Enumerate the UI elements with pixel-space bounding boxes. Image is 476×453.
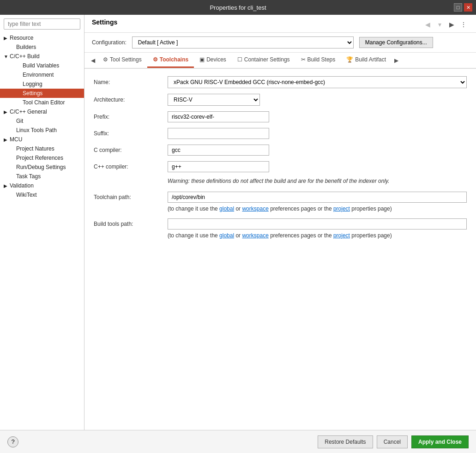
cpp-compiler-input[interactable] bbox=[168, 161, 269, 172]
tool-settings-icon: ⚙ bbox=[103, 56, 108, 63]
tab-label: Container Settings bbox=[244, 56, 290, 63]
sidebar-item-mcu[interactable]: ▶ MCU bbox=[0, 135, 84, 144]
manage-configurations-button[interactable]: Manage Configurations... bbox=[359, 37, 433, 48]
forward-icon[interactable]: ▶ bbox=[446, 19, 457, 30]
suffix-label: Suffix: bbox=[94, 130, 168, 137]
build-tools-path-row: Build tools path: bbox=[94, 218, 467, 230]
architecture-row: Architecture: RISC-V ARM x86 bbox=[94, 94, 467, 106]
sidebar-item-label: C/C++ Build bbox=[10, 53, 40, 60]
close-button[interactable]: ✕ bbox=[464, 3, 472, 12]
tab-container-settings[interactable]: ☐ Container Settings bbox=[232, 53, 295, 68]
bottom-bar: ? Restore Defaults Cancel Apply and Clos… bbox=[0, 430, 476, 453]
c-compiler-input[interactable] bbox=[168, 145, 269, 156]
devices-icon: ▣ bbox=[199, 56, 205, 63]
build-artifact-icon: 🏆 bbox=[346, 56, 353, 63]
no-arrow bbox=[17, 91, 21, 96]
sidebar-item-validation[interactable]: ▶ Validation bbox=[0, 181, 84, 190]
build-tools-path-label: Build tools path: bbox=[94, 221, 168, 227]
sidebar-item-builders[interactable]: Builders bbox=[0, 42, 84, 52]
c-compiler-label: C compiler: bbox=[94, 147, 168, 153]
sidebar-item-label: Task Tags bbox=[16, 173, 41, 180]
titlebar-controls: □ ✕ bbox=[454, 3, 472, 12]
sidebar-item-tool-chain-editor[interactable]: Tool Chain Editor bbox=[0, 98, 84, 107]
toolchain-workspace-link[interactable]: workspace bbox=[242, 205, 268, 212]
config-label: Configuration: bbox=[92, 39, 127, 46]
titlebar: Properties for cli_test □ ✕ bbox=[0, 0, 476, 15]
sidebar-item-label: MCU bbox=[10, 136, 22, 143]
sidebar-item-label: Resource bbox=[10, 35, 33, 41]
name-row: Name: xPack GNU RISC-V Embedded GCC (ris… bbox=[94, 76, 467, 88]
sidebar-item-task-tags[interactable]: Task Tags bbox=[0, 172, 84, 181]
toolchain-path-input[interactable] bbox=[168, 192, 467, 203]
prefix-input[interactable] bbox=[168, 111, 269, 122]
minimize-button[interactable]: □ bbox=[454, 3, 462, 12]
sidebar-filter-input[interactable] bbox=[4, 18, 80, 30]
no-arrow bbox=[17, 82, 21, 87]
cpp-compiler-row: C++ compiler: bbox=[94, 161, 467, 172]
expand-arrow-icon: ▶ bbox=[4, 137, 8, 142]
cpp-compiler-label: C++ compiler: bbox=[94, 163, 168, 170]
suffix-row: Suffix: bbox=[94, 128, 467, 139]
config-bar: Configuration: Default [ Active ] Manage… bbox=[84, 33, 476, 53]
toolchain-project-link[interactable]: project bbox=[333, 205, 350, 212]
build-tools-global-link[interactable]: global bbox=[219, 232, 234, 239]
sidebar-item-settings[interactable]: Settings bbox=[0, 89, 84, 98]
main-container: ▶ Resource Builders ▼ C/C++ Build Build … bbox=[0, 15, 476, 430]
no-arrow bbox=[10, 146, 15, 151]
tab-tool-settings[interactable]: ⚙ Tool Settings bbox=[97, 53, 147, 68]
no-arrow bbox=[17, 100, 21, 105]
back-icon[interactable]: ◀ bbox=[422, 19, 433, 30]
sidebar-item-label: Build Variables bbox=[23, 62, 59, 69]
sidebar-item-build-variables[interactable]: Build Variables bbox=[0, 61, 84, 70]
no-arrow bbox=[17, 63, 21, 68]
menu-icon[interactable]: ⋮ bbox=[458, 19, 469, 30]
build-tools-workspace-link[interactable]: workspace bbox=[242, 232, 268, 239]
help-button[interactable]: ? bbox=[7, 436, 18, 447]
prefix-row: Prefix: bbox=[94, 111, 467, 122]
content-toolbar: ◀ ▾ ▶ ⋮ bbox=[422, 19, 469, 30]
sidebar-item-environment[interactable]: Environment bbox=[0, 70, 84, 79]
tab-nav-left[interactable]: ◀ bbox=[88, 57, 97, 64]
apply-and-close-button[interactable]: Apply and Close bbox=[411, 435, 469, 448]
sidebar-item-logging[interactable]: Logging bbox=[0, 79, 84, 89]
bottom-left: ? bbox=[7, 436, 18, 447]
page-title: Settings bbox=[92, 18, 117, 26]
no-arrow bbox=[10, 193, 15, 198]
no-arrow bbox=[10, 128, 15, 133]
toolchain-path-hint: (to change it use the global or workspac… bbox=[168, 205, 467, 212]
no-arrow bbox=[10, 174, 15, 179]
sidebar-item-resource[interactable]: ▶ Resource bbox=[0, 33, 84, 42]
tab-build-artifact[interactable]: 🏆 Build Artifact bbox=[341, 53, 392, 68]
tab-nav-right[interactable]: ▶ bbox=[392, 57, 401, 64]
tab-devices[interactable]: ▣ Devices bbox=[194, 53, 232, 68]
name-label: Name: bbox=[94, 79, 168, 85]
toolchain-global-link[interactable]: global bbox=[219, 205, 234, 212]
sidebar-item-label: Tool Chain Editor bbox=[23, 99, 65, 106]
sidebar-item-cpp-build[interactable]: ▼ C/C++ Build bbox=[0, 52, 84, 61]
toolchains-icon: ⚙ bbox=[153, 56, 158, 63]
sidebar-item-cpp-general[interactable]: ▶ C/C++ General bbox=[0, 107, 84, 116]
restore-defaults-button[interactable]: Restore Defaults bbox=[318, 435, 373, 448]
sidebar-item-run-debug-settings[interactable]: Run/Debug Settings bbox=[0, 163, 84, 172]
window-title: Properties for cli_test bbox=[210, 4, 266, 11]
form-area: Name: xPack GNU RISC-V Embedded GCC (ris… bbox=[84, 69, 476, 430]
tab-label: Devices bbox=[206, 56, 226, 63]
bottom-right: Restore Defaults Cancel Apply and Close bbox=[318, 435, 469, 448]
config-select[interactable]: Default [ Active ] bbox=[132, 36, 354, 48]
name-select[interactable]: xPack GNU RISC-V Embedded GCC (riscv-non… bbox=[168, 76, 467, 88]
cancel-button[interactable]: Cancel bbox=[377, 435, 408, 448]
sidebar-item-wikitext[interactable]: WikiText bbox=[0, 190, 84, 199]
sidebar-item-git[interactable]: Git bbox=[0, 116, 84, 126]
sidebar-item-project-natures[interactable]: Project Natures bbox=[0, 144, 84, 153]
sidebar-item-project-references[interactable]: Project References bbox=[0, 153, 84, 163]
sidebar-item-label: Builders bbox=[16, 44, 36, 50]
tab-build-steps[interactable]: ✂ Build Steps bbox=[295, 53, 341, 68]
suffix-input[interactable] bbox=[168, 128, 269, 139]
build-tools-path-input[interactable] bbox=[168, 218, 467, 230]
architecture-select[interactable]: RISC-V ARM x86 bbox=[168, 94, 260, 106]
tab-toolchains[interactable]: ⚙ Toolchains bbox=[147, 53, 194, 68]
dropdown-icon[interactable]: ▾ bbox=[434, 19, 445, 30]
build-tools-project-link[interactable]: project bbox=[333, 232, 350, 239]
container-settings-icon: ☐ bbox=[237, 56, 242, 63]
sidebar-item-linux-tools-path[interactable]: Linux Tools Path bbox=[0, 126, 84, 135]
